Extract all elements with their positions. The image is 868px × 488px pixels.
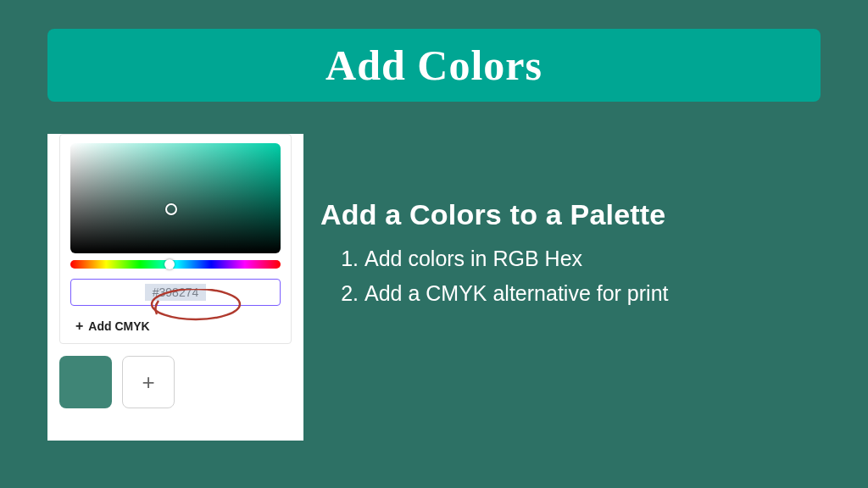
color-picker-panel: + Add CMYK + — [47, 134, 303, 441]
list-item: Add a CMYK alternative for print — [364, 281, 829, 306]
list-item: Add colors in RGB Hex — [364, 247, 829, 271]
title-banner: Add Colors — [47, 29, 821, 102]
plus-icon: + — [142, 369, 154, 396]
hex-input-wrap — [70, 279, 281, 306]
add-swatch-button[interactable]: + — [122, 356, 175, 408]
add-cmyk-button[interactable]: + Add CMYK — [75, 319, 281, 333]
hex-input[interactable] — [70, 279, 281, 306]
add-cmyk-label: Add CMYK — [88, 319, 149, 333]
swatch-row: + — [59, 356, 303, 408]
steps-list: Add colors in RGB Hex Add a CMYK alterna… — [364, 247, 829, 306]
hue-cursor-icon[interactable] — [164, 259, 175, 269]
color-picker-inner: + Add CMYK — [59, 134, 292, 344]
content-heading: Add a Colors to a Palette — [320, 198, 829, 231]
swatch-color[interactable] — [59, 356, 112, 408]
page-title: Add Colors — [326, 41, 542, 90]
hue-slider[interactable] — [70, 260, 281, 269]
sv-cursor-icon[interactable] — [165, 203, 177, 215]
content-block: Add a Colors to a Palette Add colors in … — [320, 198, 829, 316]
saturation-value-box[interactable] — [70, 143, 281, 253]
plus-icon: + — [75, 319, 83, 333]
